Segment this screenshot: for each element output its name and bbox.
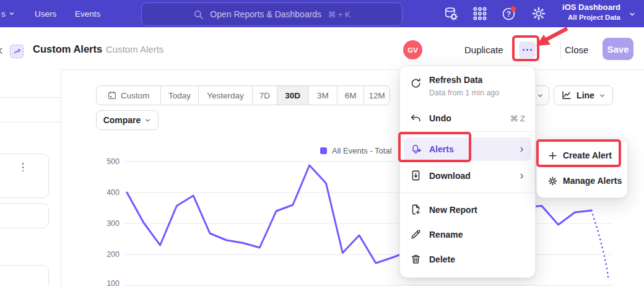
app-window: s Users Events Open Reports & Dashboards… <box>0 0 644 286</box>
nav-partial-label: s <box>1 9 6 19</box>
project-chevron-down-icon <box>628 11 637 18</box>
close-button[interactable]: Close <box>564 42 590 58</box>
plus-icon <box>547 150 558 161</box>
global-search-input[interactable]: Open Reports & Dashboards ⌘ + K <box>141 2 402 26</box>
project-selector[interactable]: iOS Dashboard All Project Data <box>562 2 620 25</box>
search-icon <box>193 9 204 20</box>
save-button[interactable]: Save <box>603 38 633 60</box>
submenu-item-manage-alerts[interactable]: Manage Alerts <box>537 169 627 193</box>
svg-text:?: ? <box>507 10 511 19</box>
menu-item-refresh-data[interactable]: Refresh Data Data from 1 min ago <box>400 72 535 103</box>
undo-icon <box>410 113 422 124</box>
apps-grid-icon[interactable] <box>472 6 488 22</box>
nav-item-users[interactable]: Users <box>35 0 56 27</box>
notification-badge <box>511 6 516 12</box>
nav-item-events[interactable]: Events <box>75 0 100 27</box>
avatar[interactable]: GV <box>403 40 422 59</box>
menu-item-delete[interactable]: Delete <box>400 248 535 271</box>
back-chevron-partial[interactable] <box>0 46 5 56</box>
header-divider <box>560 41 561 58</box>
menu-item-rename[interactable]: Rename <box>400 223 535 246</box>
search-shortcut: ⌘ + K <box>328 10 350 19</box>
chart-dotted-tail <box>591 210 608 277</box>
pencil-icon <box>410 228 422 240</box>
report-type-icon <box>10 45 24 58</box>
undo-shortcut: ⌘ Z <box>510 114 525 123</box>
menu-item-undo[interactable]: Undo ⌘ Z <box>400 107 535 129</box>
new-report-icon <box>410 204 422 215</box>
submenu-chevron-right-icon <box>518 146 525 153</box>
project-title: iOS Dashboard <box>562 2 620 13</box>
menu-item-new-report[interactable]: New Report <box>400 199 535 221</box>
trash-icon <box>410 253 422 265</box>
more-options-menu: Refresh Data Data from 1 min ago Undo ⌘ … <box>399 66 536 278</box>
breadcrumb: Custom Alerts <box>106 44 163 54</box>
data-management-icon[interactable] <box>443 6 459 22</box>
refresh-data-sublabel: Data from 1 min ago <box>429 89 499 97</box>
submenu-item-create-alert[interactable]: Create Alert <box>537 144 627 167</box>
top-nav-bar: s Users Events Open Reports & Dashboards… <box>0 0 644 27</box>
chevron-down-icon <box>9 11 15 17</box>
page-title: Custom Alerts <box>33 43 102 55</box>
submenu-chevron-right-icon <box>518 173 525 180</box>
chevron-down-icon <box>537 92 544 99</box>
more-options-button[interactable] <box>519 41 536 58</box>
nav-item-partial[interactable]: s <box>1 0 15 27</box>
duplicate-button[interactable]: Duplicate <box>463 42 505 58</box>
alerts-submenu: Create Alert Manage Alerts <box>536 138 628 198</box>
project-subtitle: All Project Data <box>562 13 620 22</box>
refresh-icon <box>410 77 422 89</box>
help-icon[interactable]: ? <box>501 6 517 22</box>
menu-item-alerts[interactable]: Alerts <box>400 137 535 161</box>
menu-item-download[interactable]: Download <box>400 164 535 188</box>
settings-gear-icon[interactable] <box>531 6 547 22</box>
report-header: Custom Alerts Custom Alerts GV Duplicate… <box>0 27 644 70</box>
download-document-icon <box>410 170 422 181</box>
alert-bell-plus-icon <box>410 143 422 155</box>
search-placeholder: Open Reports & Dashboards <box>210 9 321 19</box>
gear-icon <box>547 176 558 186</box>
